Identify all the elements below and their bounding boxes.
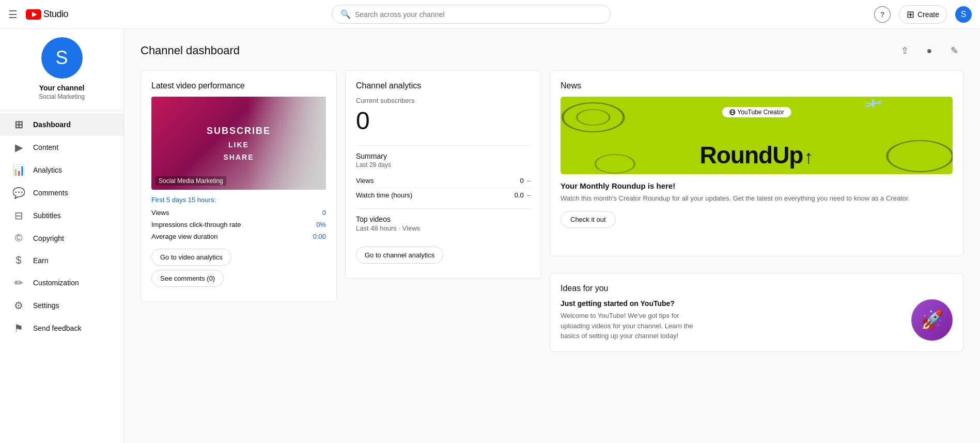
ideas-card: Ideas for you Just getting started on Yo… <box>550 273 963 352</box>
ideas-desc: Welcome to YouTube! We've got tips for u… <box>561 311 705 341</box>
search-input[interactable] <box>355 10 602 19</box>
subtitles-icon: ⊟ <box>12 209 25 222</box>
logo: Studio <box>26 9 68 20</box>
analytics-row-label: Watch time (hours) <box>356 191 412 199</box>
studio-wordmark: Studio <box>43 9 68 20</box>
page-header: Channel dashboard ⇧ ● ✎ <box>141 41 963 60</box>
sidebar-channel-sub: Social Marketing <box>39 93 85 100</box>
sidebar-item-subtitles[interactable]: ⊟Subtitles <box>0 204 123 227</box>
sidebar-item-label-copyright: Copyright <box>33 234 64 242</box>
create-button[interactable]: ⊞ Create <box>899 5 947 24</box>
hamburger-icon[interactable]: ☰ <box>8 8 18 21</box>
stat-value: 0:00 <box>313 233 326 240</box>
sidebar-item-earn[interactable]: $Earn <box>0 249 123 271</box>
stat-row: Impressions click-through rate0% <box>151 221 326 228</box>
copyright-icon: © <box>12 232 25 244</box>
roundup-text: RoundUp <box>700 143 803 167</box>
create-video-icon: ⊞ <box>907 9 914 20</box>
help-icon[interactable]: ? <box>874 6 891 23</box>
sidebar-item-settings[interactable]: ⚙Settings <box>0 294 123 317</box>
sidebar-item-label-customization: Customization <box>33 279 79 287</box>
top-videos-title: Top videos <box>356 215 531 223</box>
analytics-row-value: 0 – <box>520 177 531 185</box>
analytics-divider-1 <box>356 145 531 146</box>
upload-icon[interactable]: ⇧ <box>895 41 914 60</box>
subscribers-value: 0 <box>356 106 531 135</box>
analytics-icon: 📊 <box>12 164 25 176</box>
analytics-dash: – <box>527 191 531 199</box>
analytics-row: Views0 – <box>356 174 531 188</box>
topnav: ☰ Studio 🔍 ? ⊞ Create S <box>0 0 980 29</box>
analytics-rows: Views0 –Watch time (hours)0.0 – <box>356 174 531 202</box>
summary-period: Last 28 days <box>356 161 531 169</box>
search-bar[interactable]: 🔍 <box>332 5 611 24</box>
create-label: Create <box>917 10 939 19</box>
search-icon: 🔍 <box>340 9 351 19</box>
news-card-title: News <box>561 81 953 90</box>
settings-icon: ⚙ <box>12 299 25 312</box>
sidebar-item-send-feedback[interactable]: ⚑Send feedback <box>0 317 123 340</box>
go-to-video-analytics-button[interactable]: Go to video analytics <box>151 249 231 266</box>
news-badge-text: YouTube Creator <box>737 109 784 116</box>
live-icon[interactable]: ● <box>920 41 939 60</box>
video-card-actions: Go to video analytics See comments (0) <box>151 249 326 291</box>
sidebar-avatar[interactable]: S <box>41 37 83 79</box>
summary-title: Summary <box>356 152 531 160</box>
ideas-rocket-icon: 🚀 <box>911 299 953 341</box>
stat-label: Average view duration <box>151 233 217 240</box>
sidebar-channel-name: Your channel <box>39 84 85 92</box>
sidebar-item-comments[interactable]: 💬Comments <box>0 181 123 204</box>
video-performance-card: Latest video performance SUBSCRIBE LIKE … <box>141 70 337 302</box>
news-card: News <box>550 70 963 256</box>
news-badge: YouTube Creator <box>722 107 791 117</box>
content-icon: ▶ <box>12 141 25 154</box>
thumb-share-text: SHARE <box>223 153 254 161</box>
youtube-logo-icon <box>26 9 41 20</box>
news-desc: Watch this month's Creator Roundup for a… <box>561 193 953 204</box>
news-image: YouTube Creator RoundUp ↑ <box>561 97 953 174</box>
video-thumbnail: SUBSCRIBE LIKE SHARE Social Media Market… <box>151 97 326 190</box>
check-it-out-button[interactable]: Check it out <box>561 211 616 228</box>
sidebar-item-copyright[interactable]: ©Copyright <box>0 227 123 249</box>
top-videos-period: Last 48 hours · Views <box>356 224 531 232</box>
stat-label: Views <box>151 209 169 217</box>
comments-icon: 💬 <box>12 187 25 199</box>
page-title: Channel dashboard <box>141 44 240 57</box>
sidebar-item-label-settings: Settings <box>33 301 59 310</box>
sidebar-item-label-dashboard: Dashboard <box>33 120 71 129</box>
stat-row: Views0 <box>151 209 326 217</box>
ideas-card-title: Ideas for you <box>561 284 953 293</box>
sidebar-item-dashboard[interactable]: ⊞Dashboard <box>0 113 123 136</box>
video-card-title: Latest video performance <box>151 81 326 90</box>
page-title-actions: ⇧ ● ✎ <box>895 41 963 60</box>
sidebar: S Your channel Social Marketing ⊞Dashboa… <box>0 29 124 443</box>
thumb-subscribe-text: SUBSCRIBE <box>207 126 271 136</box>
go-to-channel-analytics-button[interactable]: Go to channel analytics <box>356 247 443 264</box>
video-thumb-overlay: SUBSCRIBE LIKE SHARE <box>151 97 326 190</box>
thumb-video-title: Social Media Marketing <box>155 176 226 186</box>
sidebar-item-customization[interactable]: ✏Customization <box>0 271 123 294</box>
analytics-card-title: Channel analytics <box>356 81 531 90</box>
channel-analytics-card: Channel analytics Current subscribers 0 … <box>345 70 541 279</box>
globe-icon <box>729 109 735 115</box>
dashboard-icon: ⊞ <box>12 118 25 131</box>
sidebar-item-label-content: Content <box>33 143 58 151</box>
sidebar-item-content[interactable]: ▶Content <box>0 136 123 159</box>
analytics-dash: – <box>527 177 531 185</box>
main-content: Channel dashboard ⇧ ● ✎ Latest video per… <box>124 29 980 443</box>
sidebar-item-label-subtitles: Subtitles <box>33 211 61 220</box>
subscribers-label: Current subscribers <box>356 97 531 104</box>
stat-value: 0% <box>316 221 326 228</box>
sidebar-item-label-send-feedback: Send feedback <box>33 324 81 332</box>
ideas-body: Just getting started on YouTube? Welcome… <box>561 299 953 341</box>
sidebar-item-analytics[interactable]: 📊Analytics <box>0 159 123 181</box>
stat-row: Average view duration0:00 <box>151 233 326 240</box>
sidebar-item-label-earn: Earn <box>33 256 49 265</box>
edit-icon[interactable]: ✎ <box>945 41 963 60</box>
stat-value: 0 <box>322 209 326 217</box>
video-stats: Views0Impressions click-through rate0%Av… <box>151 209 326 240</box>
see-comments-button[interactable]: See comments (0) <box>151 270 224 287</box>
sidebar-item-label-analytics: Analytics <box>33 166 62 174</box>
thumb-like-text: LIKE <box>228 141 249 149</box>
avatar[interactable]: S <box>955 6 972 23</box>
